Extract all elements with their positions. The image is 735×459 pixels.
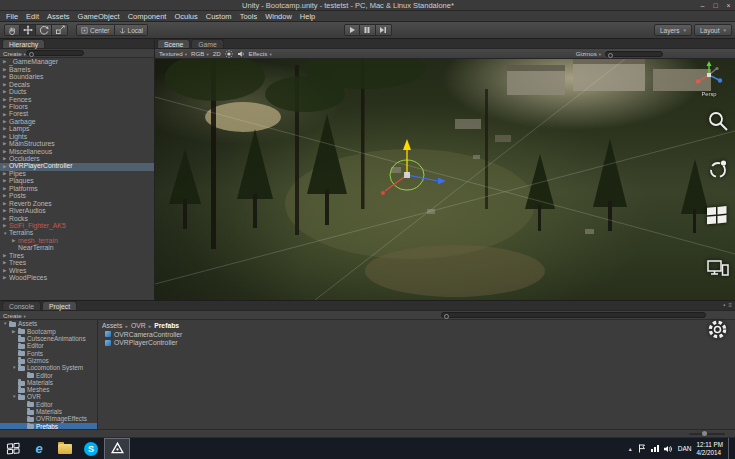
show-desktop-button[interactable] (728, 438, 732, 459)
render-channels-dropdown[interactable]: RGB (191, 50, 209, 57)
step-button[interactable] (376, 24, 392, 36)
scene-orientation-gizmo[interactable]: Persp (691, 61, 727, 97)
project-search-input[interactable] (441, 312, 706, 318)
close-button[interactable]: × (722, 2, 735, 9)
menu-item[interactable]: Tools (236, 12, 262, 21)
windows-taskbar: e S ▲ DAN 12:11 PM 4/2/2014 (0, 437, 735, 459)
folder-label: Locomotion System (27, 365, 83, 371)
taskbar-unity[interactable] (104, 438, 130, 459)
asset-item[interactable]: OVRCameraController (98, 330, 735, 339)
rotate-tool-button[interactable] (36, 24, 52, 36)
ie-icon: e (35, 442, 42, 455)
action-center-flag-icon[interactable] (638, 444, 646, 453)
panel-menu-icon[interactable]: ≡ (728, 302, 732, 308)
tab-console[interactable]: Console (2, 301, 41, 310)
charm-search[interactable] (707, 110, 729, 136)
folder-label: Assets (18, 321, 37, 327)
hierarchy-item[interactable]: WoodPieces (0, 275, 154, 282)
menu-item[interactable]: GameObject (74, 12, 124, 21)
play-button[interactable] (344, 24, 360, 36)
menu-item[interactable]: Oculus (170, 12, 201, 21)
tab-hierarchy[interactable]: Hierarchy (2, 39, 45, 48)
prefab-icon (105, 331, 111, 337)
scene-lighting-toggle[interactable] (225, 50, 233, 58)
volume-icon[interactable] (664, 445, 673, 453)
shading-mode-dropdown[interactable]: Textured (159, 50, 187, 57)
devices-icon (706, 258, 729, 279)
hierarchy-create-dropdown[interactable]: Create (3, 50, 26, 57)
start-windows-icon (705, 204, 729, 225)
tab-project[interactable]: Project (42, 301, 77, 310)
breadcrumb-segment[interactable]: OVR (122, 322, 145, 329)
hand-icon (7, 25, 17, 35)
breadcrumb-segment[interactable]: Prefabs (146, 322, 179, 329)
menu-item[interactable]: Component (124, 12, 171, 21)
tab-game[interactable]: Game (191, 39, 224, 48)
taskbar-file-explorer[interactable] (52, 438, 78, 459)
hierarchy-search-input[interactable] (26, 50, 84, 56)
pause-button[interactable] (360, 24, 376, 36)
bottom-tabstrip: Console Project ▪ ≡ (0, 301, 735, 311)
folder-icon (18, 381, 25, 386)
folder-item[interactable]: CutsceneAnimations (0, 336, 97, 343)
clock[interactable]: 12:11 PM 4/2/2014 (697, 441, 724, 457)
language-indicator[interactable]: DAN (678, 445, 692, 452)
tab-scene[interactable]: Scene (157, 39, 190, 48)
taskbar-skype[interactable]: S (78, 438, 104, 459)
hierarchy-tree: _GameManager Barrels Boundaries Decals D… (0, 58, 154, 300)
tray-expand-icon[interactable]: ▲ (628, 446, 633, 452)
charm-share[interactable] (707, 158, 729, 184)
folder-label: Editor (36, 373, 53, 379)
menu-bar: FileEditAssetsGameObjectComponentOculusC… (0, 11, 735, 22)
menu-item[interactable]: Custom (202, 12, 236, 21)
layout-dropdown[interactable]: Layout (694, 24, 732, 36)
scale-icon (55, 25, 65, 35)
menu-item[interactable]: File (2, 12, 22, 21)
effects-dropdown[interactable]: Effects (249, 50, 272, 57)
scene-viewport[interactable]: Persp (155, 59, 735, 300)
icon-size-slider[interactable] (689, 433, 725, 435)
folder-icon (18, 344, 25, 349)
menu-item[interactable]: Assets (43, 12, 74, 21)
charm-settings[interactable] (706, 318, 729, 345)
charm-devices[interactable] (706, 258, 729, 283)
folder-item[interactable]: Locomotion System (0, 365, 97, 372)
start-button[interactable] (0, 438, 26, 459)
menu-item[interactable]: Window (261, 12, 296, 21)
main-toolbar: Center Local Layers Layout (0, 22, 735, 39)
asset-label: OVRCameraController (114, 331, 182, 338)
hierarchy-item-label: Boundaries (9, 74, 43, 81)
2d-toggle-button[interactable]: 2D (213, 50, 221, 57)
scene-audio-toggle[interactable] (237, 50, 245, 58)
minimize-button[interactable]: – (696, 2, 709, 9)
move-tool-button[interactable] (20, 24, 36, 36)
unity-editor-window: Unity - Bootcamp.unity - testetst - PC, … (0, 0, 735, 459)
breadcrumb-segment[interactable]: Assets (102, 322, 122, 329)
menu-item[interactable]: Edit (22, 12, 43, 21)
pivot-toggle-button[interactable]: Center (76, 24, 115, 36)
project-create-dropdown[interactable]: Create (3, 312, 26, 319)
sun-icon (225, 50, 233, 58)
playmode-controls (344, 24, 392, 36)
maximize-button[interactable]: □ (709, 2, 722, 9)
project-status-bar (0, 429, 735, 437)
asset-item[interactable]: OVRPlayerController (98, 339, 735, 348)
rotation-toggle-button[interactable]: Local (115, 24, 149, 36)
hierarchy-toolbar: Create (0, 49, 154, 58)
projection-label[interactable]: Persp (691, 91, 727, 97)
folder-item[interactable]: Meshes (0, 387, 97, 394)
scale-tool-button[interactable] (52, 24, 68, 36)
folder-icon (18, 366, 25, 371)
scene-search-input[interactable] (605, 51, 663, 57)
network-icon[interactable] (651, 445, 659, 452)
layers-dropdown[interactable]: Layers (654, 24, 692, 36)
charm-start[interactable] (705, 204, 729, 229)
gizmos-dropdown[interactable]: Gizmos (576, 50, 601, 57)
folder-icon (27, 402, 34, 407)
folder-item[interactable]: Editor (0, 343, 97, 350)
hand-tool-button[interactable] (4, 24, 20, 36)
scene-tabstrip: Scene Game (155, 39, 735, 49)
menu-item[interactable]: Help (296, 12, 319, 21)
taskbar-internet-explorer[interactable]: e (26, 438, 52, 459)
lock-icon[interactable]: ▪ (723, 302, 725, 308)
